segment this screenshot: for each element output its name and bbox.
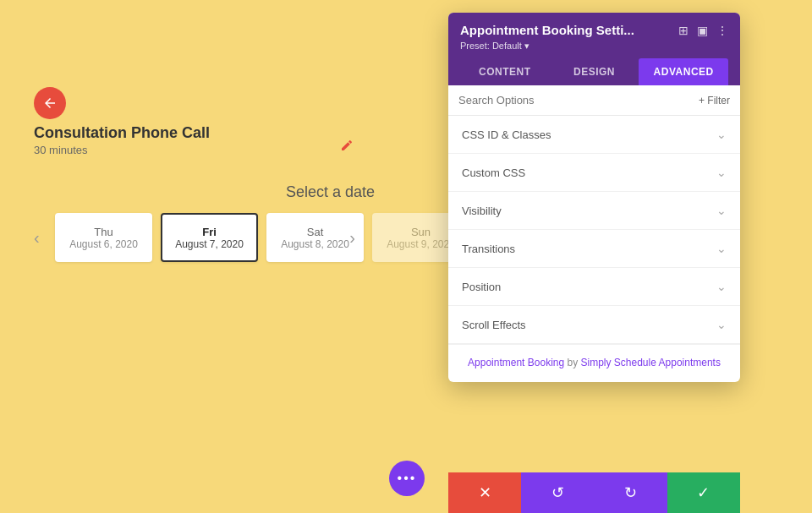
filter-button[interactable]: + Filter bbox=[699, 95, 730, 106]
section-label-visibility: Visibility bbox=[462, 205, 502, 217]
day-name-fri: Fri bbox=[202, 226, 217, 238]
settings-panel: Appointment Booking Setti... ⊞ ▣ ⋮ Prese… bbox=[448, 13, 740, 382]
redo-button[interactable]: ↻ bbox=[595, 472, 667, 513]
edit-icon-button[interactable] bbox=[335, 134, 359, 157]
floating-menu-button[interactable]: ••• bbox=[389, 461, 425, 496]
save-button[interactable]: ✓ bbox=[667, 472, 740, 513]
panel-footer: Appointment Booking by Simply Schedule A… bbox=[448, 344, 740, 382]
undo-button[interactable]: ↺ bbox=[521, 472, 594, 513]
panel-icon-columns[interactable]: ▣ bbox=[697, 24, 708, 37]
panel-icon-grid[interactable]: ⊞ bbox=[678, 24, 689, 37]
select-date-label: Select a date bbox=[286, 183, 375, 201]
panel-header-top: Appointment Booking Setti... ⊞ ▣ ⋮ bbox=[460, 23, 728, 37]
section-label-transitions: Transitions bbox=[462, 243, 515, 255]
tab-advanced[interactable]: Advanced bbox=[639, 58, 728, 85]
date-full-thu: August 6, 2020 bbox=[69, 238, 138, 250]
section-transitions[interactable]: Transitions ⌄ bbox=[448, 230, 740, 268]
panel-header-icons: ⊞ ▣ ⋮ bbox=[678, 24, 728, 37]
section-position[interactable]: Position ⌄ bbox=[448, 268, 740, 306]
cancel-icon: ✕ bbox=[479, 483, 491, 502]
bottom-action-bar: ✕ ↺ ↻ ✓ bbox=[448, 472, 740, 513]
section-visibility[interactable]: Visibility ⌄ bbox=[448, 192, 740, 230]
panel-tabs: Content Design Advanced bbox=[460, 58, 728, 85]
tab-design[interactable]: Design bbox=[550, 58, 639, 85]
filter-label: + Filter bbox=[699, 95, 730, 106]
footer-simply-schedule-link[interactable]: Simply Schedule Appointments bbox=[581, 357, 721, 368]
chevron-down-icon-visibility: ⌄ bbox=[716, 204, 727, 217]
footer-appointment-link[interactable]: Appointment Booking bbox=[468, 357, 564, 368]
chevron-down-icon-css-id: ⌄ bbox=[716, 128, 727, 141]
chevron-down-icon-scroll-effects: ⌄ bbox=[716, 318, 727, 331]
section-scroll-effects[interactable]: Scroll Effects ⌄ bbox=[448, 306, 740, 344]
consultation-title: Consultation Phone Call bbox=[34, 124, 210, 142]
panel-search-bar: + Filter bbox=[448, 85, 740, 116]
date-full-sun: August 9, 2020 bbox=[387, 238, 455, 250]
chevron-down-icon-transitions: ⌄ bbox=[716, 242, 727, 255]
date-cards-container: Thu August 6, 2020 Fri August 7, 2020 Sa… bbox=[55, 213, 469, 262]
chevron-down-icon-position: ⌄ bbox=[716, 280, 727, 293]
section-label-position: Position bbox=[462, 281, 501, 293]
section-label-scroll-effects: Scroll Effects bbox=[462, 319, 526, 331]
footer-by-text: by bbox=[567, 357, 580, 368]
day-name-sun: Sun bbox=[411, 226, 431, 238]
chevron-down-icon-custom-css: ⌄ bbox=[716, 166, 727, 179]
date-full-fri: August 7, 2020 bbox=[175, 238, 244, 250]
day-name-thu: Thu bbox=[94, 226, 112, 238]
panel-header: Appointment Booking Setti... ⊞ ▣ ⋮ Prese… bbox=[448, 13, 740, 85]
undo-icon: ↺ bbox=[551, 483, 564, 502]
cancel-button[interactable]: ✕ bbox=[448, 472, 521, 513]
consultation-duration: 30 minutes bbox=[34, 144, 88, 156]
section-label-css-id: CSS ID & Classes bbox=[462, 128, 551, 141]
section-custom-css[interactable]: Custom CSS ⌄ bbox=[448, 154, 740, 192]
search-input[interactable] bbox=[458, 94, 692, 106]
save-icon: ✓ bbox=[697, 483, 710, 502]
section-label-custom-css: Custom CSS bbox=[462, 166, 525, 179]
panel-icon-more[interactable]: ⋮ bbox=[716, 24, 728, 37]
section-css-id-classes[interactable]: CSS ID & Classes ⌄ bbox=[448, 116, 740, 154]
date-full-sat: August 8, 2020 bbox=[281, 238, 349, 250]
panel-title: Appointment Booking Setti... bbox=[460, 23, 634, 37]
redo-icon: ↻ bbox=[624, 483, 637, 502]
day-name-sat: Sat bbox=[307, 226, 324, 238]
tab-content[interactable]: Content bbox=[460, 58, 550, 85]
panel-preset[interactable]: Preset: Default bbox=[460, 41, 728, 52]
three-dots-icon: ••• bbox=[398, 472, 417, 485]
date-card-thu[interactable]: Thu August 6, 2020 bbox=[55, 213, 152, 262]
calendar-next-button[interactable]: › bbox=[349, 228, 355, 248]
back-button[interactable] bbox=[34, 87, 66, 119]
calendar-prev-button[interactable]: ‹ bbox=[34, 228, 40, 248]
date-card-fri[interactable]: Fri August 7, 2020 bbox=[161, 213, 258, 262]
